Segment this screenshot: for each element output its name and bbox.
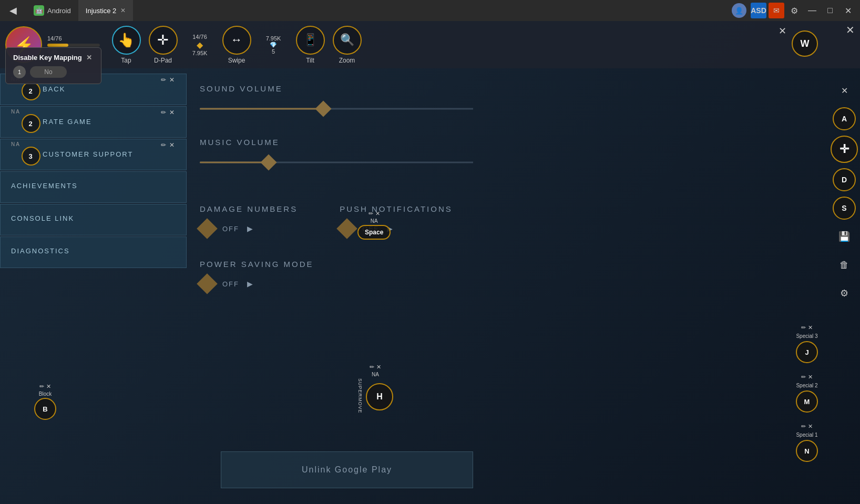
damage-toggle-row: OFF ▶: [200, 221, 298, 236]
rate-edit-icon[interactable]: ✏: [161, 109, 167, 116]
tab-android[interactable]: 🤖 Android: [26, 0, 78, 21]
damage-numbers-title: DAMAGE NUMBERS: [200, 204, 298, 213]
block-key-circle[interactable]: B: [34, 398, 56, 420]
unlink-google-play-button[interactable]: Unlink Google Play: [221, 451, 473, 488]
menu-item-console-link[interactable]: CONSOLE LINK: [0, 204, 187, 235]
special3-key-circle[interactable]: J: [796, 341, 818, 363]
w-key-circle[interactable]: W: [792, 30, 818, 57]
word-app-icon[interactable]: ASD: [751, 3, 766, 18]
toolbar-swipe[interactable]: ↔ Swipe: [221, 26, 252, 64]
tab-injustice2[interactable]: Injustice 2 ✕: [78, 0, 134, 21]
cs-del-icon[interactable]: ✕: [169, 141, 176, 149]
sound-diamond-handle[interactable]: [315, 100, 331, 117]
music-track: [200, 162, 473, 163]
supermove-edit-icon[interactable]: ✏: [370, 364, 374, 371]
special1-edit-icon[interactable]: ✏: [801, 423, 806, 430]
back-edit-icon[interactable]: ✏: [161, 76, 167, 84]
supermove-key-circle[interactable]: H: [366, 383, 393, 410]
dpad-key-button[interactable]: ✛: [831, 136, 858, 163]
menu-item-diagnostics[interactable]: DIAGNOSTICS: [0, 236, 187, 268]
back-key-badge[interactable]: 2: [22, 81, 40, 100]
supermove-del-icon[interactable]: ✕: [376, 364, 381, 371]
special1-key-circle[interactable]: N: [796, 440, 818, 462]
toolbar-tap[interactable]: 👆 Tap: [110, 26, 142, 64]
tilt-label: Tilt: [306, 57, 314, 64]
sound-fill: [200, 108, 323, 110]
user-account-icon[interactable]: 👤: [732, 3, 746, 18]
s-key-button[interactable]: S: [833, 197, 856, 220]
settings-content: SOUND VOLUME MUSIC VOLUME DAMAGE NUMBERS…: [200, 74, 828, 504]
block-key-overlay: ✏ ✕ Block B: [34, 383, 56, 420]
cs-key-badge[interactable]: 3: [22, 147, 40, 166]
sound-volume-title: SOUND VOLUME: [200, 84, 828, 93]
cs-key-label: NA: [11, 141, 21, 147]
power-toggle-diamond[interactable]: [197, 273, 218, 294]
system-settings-icon[interactable]: ⚙: [786, 3, 802, 18]
power-saving-title: POWER SAVING MODE: [200, 260, 828, 269]
special2-edit-icon[interactable]: ✏: [801, 374, 806, 380]
save-icon-button[interactable]: 💾: [833, 225, 856, 248]
toggles-row: DAMAGE NUMBERS OFF ▶ PUSH NOTIFICATIONS …: [200, 194, 828, 244]
damage-toggle-diamond[interactable]: [197, 218, 218, 239]
toolbar-close-icon[interactable]: ✕: [779, 25, 786, 37]
mail-icon[interactable]: ✉: [769, 3, 784, 18]
toolbar-tilt[interactable]: 📱 Tilt: [294, 26, 326, 64]
disable-keymapping-title: Disable Key Mapping ✕: [13, 53, 94, 61]
space-key-button[interactable]: Space: [357, 225, 391, 240]
keymapping-toggle[interactable]: No: [30, 66, 67, 78]
space-key-overlay: ✏ ✕ NA Space: [357, 210, 391, 240]
settings-icon-button[interactable]: ⚙: [833, 282, 856, 305]
delete-icon-button[interactable]: 🗑: [833, 253, 856, 276]
special3-edit-icon[interactable]: ✏: [801, 324, 806, 331]
achievements-label: ACHIEVEMENTS: [11, 182, 78, 190]
power-saving-section: POWER SAVING MODE OFF ▶: [200, 260, 828, 291]
toolbar-w-key[interactable]: W: [792, 30, 818, 57]
tap-label: Tap: [121, 57, 131, 64]
music-diamond-handle[interactable]: [260, 154, 277, 170]
toolbar-dpad[interactable]: ✛ D-Pad: [147, 26, 179, 64]
tab-close-icon[interactable]: ✕: [120, 7, 126, 14]
menu-item-rate-game[interactable]: NA ✏ ✕ 2 RATE GAME: [0, 106, 187, 138]
a-key-button[interactable]: A: [833, 107, 856, 130]
space-edit-icon[interactable]: ✏: [368, 210, 373, 217]
dpad-label: D-Pad: [154, 57, 172, 64]
main-close-button[interactable]: ✕: [846, 24, 855, 36]
special1-del-icon[interactable]: ✕: [808, 423, 813, 430]
back-del-icon[interactable]: ✕: [169, 76, 176, 84]
push-toggle-diamond[interactable]: [336, 218, 357, 239]
block-edit-icon[interactable]: ✏: [39, 383, 44, 390]
power-arrow: ▶: [247, 280, 254, 288]
back-edit-row: ✏ ✕: [161, 76, 176, 84]
rate-del-icon[interactable]: ✕: [169, 109, 176, 116]
minimize-button[interactable]: —: [804, 3, 820, 18]
toolbar-zoom[interactable]: 🔍 Zoom: [331, 26, 363, 64]
special3-del-icon[interactable]: ✕: [808, 324, 813, 331]
right-close-icon[interactable]: ✕: [833, 79, 856, 102]
special2-del-icon[interactable]: ✕: [808, 374, 813, 380]
power-off-label: OFF: [222, 280, 239, 288]
menu-item-achievements[interactable]: ACHIEVEMENTS: [0, 171, 187, 203]
disable-keymapping-close[interactable]: ✕: [85, 53, 94, 61]
window-close-button[interactable]: ✕: [840, 3, 856, 18]
special2-key-circle[interactable]: M: [796, 390, 818, 413]
rate-game-label: RATE GAME: [43, 118, 92, 126]
push-notifications-section: PUSH NOTIFICATIONS OFF ▶: [340, 194, 453, 244]
rate-key-badge[interactable]: 2: [22, 114, 40, 133]
toggle-row: 1 No: [13, 66, 94, 78]
sound-volume-slider[interactable]: [200, 101, 473, 117]
special1-label: Special 1: [796, 432, 817, 438]
power-toggle-row: OFF ▶: [200, 276, 828, 291]
special2-key-row: ✏ ✕ Special 2 M: [796, 374, 818, 413]
space-del-icon[interactable]: ✕: [375, 210, 380, 217]
special3-edit-row: ✏ ✕: [801, 324, 813, 331]
tap-icon: 👆: [112, 26, 141, 55]
back-button[interactable]: ◀: [0, 0, 26, 21]
coins-stat: 14/76 ◆ 7.95K: [184, 34, 216, 56]
cs-edit-icon[interactable]: ✏: [161, 141, 167, 149]
d-key-button[interactable]: D: [833, 168, 856, 191]
menu-item-customer-support[interactable]: NA ✏ ✕ 3 CUSTOMER SUPPORT: [0, 139, 187, 170]
block-del-icon[interactable]: ✕: [46, 383, 51, 390]
supermove-key-overlay: ✏ ✕ NA SUPERMOVE H: [357, 364, 393, 415]
maximize-button[interactable]: □: [822, 3, 838, 18]
music-volume-slider[interactable]: [200, 155, 473, 170]
